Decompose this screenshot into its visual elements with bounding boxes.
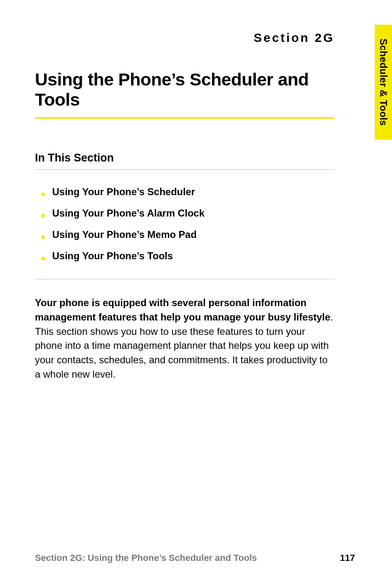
intro-paragraph: Your phone is equipped with several pers… <box>35 296 334 382</box>
intro-body: This section shows you how to use these … <box>35 326 329 380</box>
footer-section-title: Section 2G: Using the Phone’s Scheduler … <box>35 553 257 563</box>
footer-page-number: 117 <box>340 553 355 563</box>
in-this-section-heading: In This Section <box>35 152 334 170</box>
page-title: Using the Phone’s Scheduler and Tools <box>35 69 334 119</box>
page-content: Section 2G Using the Phone’s Scheduler a… <box>35 31 334 559</box>
toc-item-label: Using Your Phone’s Tools <box>52 250 173 262</box>
svg-rect-0 <box>41 192 45 196</box>
intro-lead-suffix: . <box>330 311 333 323</box>
side-tab: Scheduler & Tools <box>375 25 392 140</box>
svg-rect-1 <box>41 213 45 218</box>
svg-rect-3 <box>41 256 45 261</box>
toc-item-label: Using Your Phone’s Memo Pad <box>52 229 197 240</box>
svg-rect-2 <box>41 235 45 239</box>
toc-item: Using Your Phone’s Scheduler <box>41 181 334 203</box>
page-footer: Section 2G: Using the Phone’s Scheduler … <box>35 553 355 563</box>
toc-item: Using Your Phone’s Memo Pad <box>41 224 334 245</box>
intro-lead: Your phone is equipped with several pers… <box>35 297 330 323</box>
toc-item: Using Your Phone’s Alarm Clock <box>41 203 334 224</box>
toc-list: Using Your Phone’s Scheduler Using Your … <box>35 181 334 279</box>
toc-item: Using Your Phone’s Tools <box>41 245 334 267</box>
toc-item-label: Using Your Phone’s Alarm Clock <box>52 208 205 219</box>
section-label: Section 2G <box>35 31 334 45</box>
side-tab-label: Scheduler & Tools <box>378 39 389 126</box>
toc-item-label: Using Your Phone’s Scheduler <box>52 186 195 198</box>
